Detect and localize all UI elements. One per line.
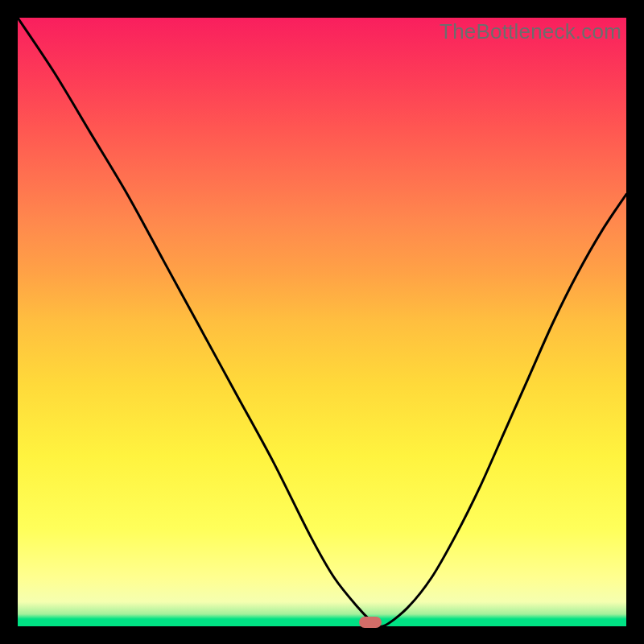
bottleneck-curve [18, 18, 626, 626]
chart-frame: TheBottleneck.com [0, 0, 644, 644]
curve-path [18, 18, 626, 626]
plot-area: TheBottleneck.com [18, 18, 626, 626]
minimum-marker [359, 617, 382, 628]
